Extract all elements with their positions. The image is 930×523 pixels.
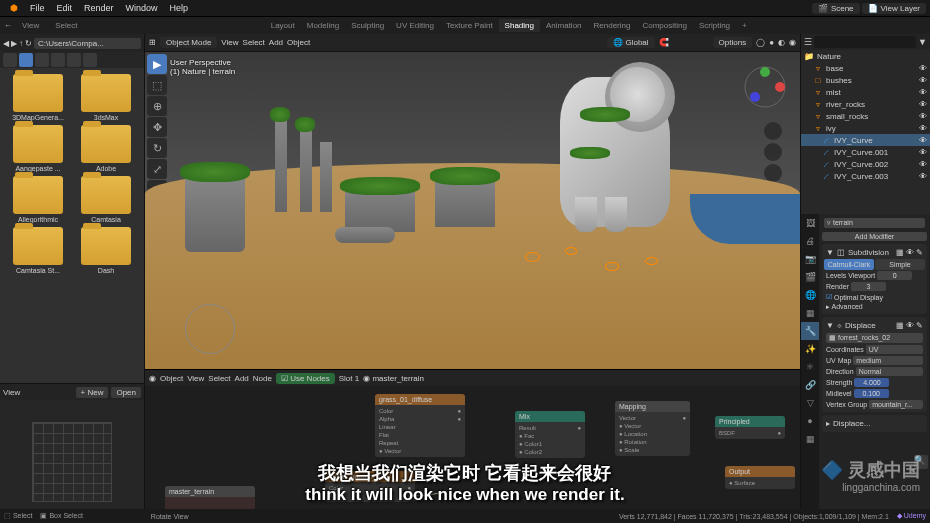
tab-anim[interactable]: Animation [540, 19, 588, 32]
shading-wire-icon[interactable]: ◯ [756, 38, 765, 47]
visibility-icon[interactable]: 👁 [919, 100, 927, 108]
tab-script[interactable]: Scripting [693, 19, 736, 32]
outliner-item[interactable]: ⟋IVY_Curve.001👁 [801, 146, 930, 158]
ne-view[interactable]: View [187, 374, 204, 383]
tab-comp[interactable]: Compositing [636, 19, 692, 32]
ne-add[interactable]: Add [235, 374, 249, 383]
shader-node[interactable]: Principled BSDF● [715, 416, 785, 439]
prop-tab-scene[interactable]: 🎬 [801, 268, 819, 286]
ne-object[interactable]: Object [160, 374, 183, 383]
modifier-controls[interactable]: ▦ 👁 ✎ [896, 321, 923, 330]
select-tool-icon[interactable]: ⬚ [147, 75, 167, 95]
prop-tab-object[interactable]: ▦ [801, 304, 819, 322]
ne-node[interactable]: Node [253, 374, 272, 383]
camera-icon[interactable] [764, 164, 782, 182]
visibility-icon[interactable]: 👁 [919, 112, 927, 120]
vertexgroup-select[interactable]: mountain_r... [869, 400, 923, 409]
nav-up-icon[interactable]: ↑ [19, 39, 23, 48]
back-icon[interactable]: ← [4, 21, 12, 30]
ws-select[interactable]: Select [49, 19, 83, 32]
rotate-tool-icon[interactable]: ↻ [147, 138, 167, 158]
visibility-icon[interactable]: 👁 [919, 172, 927, 180]
folder-item[interactable]: 3DMapGenera... [6, 74, 70, 121]
outliner-item[interactable]: □bushes👁 [801, 74, 930, 86]
blender-icon[interactable]: ⬢ [4, 1, 24, 15]
ne-editor-icon[interactable]: ◉ [149, 374, 156, 383]
path-input[interactable]: C:\Users\Compa... [34, 38, 141, 49]
vp-select[interactable]: Select [243, 38, 265, 47]
mode-selector[interactable]: Object Mode [160, 37, 217, 48]
prop-tab-output[interactable]: 🖨 [801, 232, 819, 250]
material-selector[interactable]: ◉ master_terrain [363, 374, 424, 383]
menu-window[interactable]: Window [120, 1, 164, 15]
shading-solid-icon[interactable]: ● [769, 38, 774, 47]
prop-tab-texture[interactable]: ▦ [801, 430, 819, 448]
menu-render[interactable]: Render [78, 1, 120, 15]
uvmap-select[interactable]: medium [853, 356, 923, 365]
coords-select[interactable]: UV [866, 345, 923, 354]
3d-viewport[interactable]: User Perspective (1) Nature | terrain ▶ … [145, 52, 800, 369]
visibility-icon[interactable]: 👁 [919, 76, 927, 84]
catmull-button[interactable]: Catmull-Clark [824, 259, 874, 270]
visibility-icon[interactable]: 👁 [919, 88, 927, 96]
folder-item[interactable]: Camtasia St... [6, 227, 70, 274]
prop-tab-constraint[interactable]: 🔗 [801, 376, 819, 394]
scene-selector[interactable]: 🎬 Scene [812, 3, 860, 14]
tab-layout[interactable]: Layout [265, 19, 301, 32]
tab-uv[interactable]: UV Editing [390, 19, 440, 32]
visibility-icon[interactable]: 👁 [919, 148, 927, 156]
prop-tab-particle[interactable]: ✨ [801, 340, 819, 358]
snap-icon[interactable]: 🧲 [659, 38, 669, 47]
outliner-item[interactable]: ▿base👁 [801, 62, 930, 74]
viewlayer-selector[interactable]: 📄 View Layer [862, 3, 926, 14]
pan-icon[interactable] [764, 143, 782, 161]
displace-modifier-2[interactable]: ▸Displace... [822, 415, 927, 432]
viewport-levels-input[interactable] [877, 271, 912, 280]
menu-edit[interactable]: Edit [51, 1, 79, 15]
texture-field[interactable]: ▦ forrest_rocks_02 [826, 333, 923, 343]
tab-sculpting[interactable]: Sculpting [345, 19, 390, 32]
sort-icon[interactable] [35, 53, 49, 67]
visibility-icon[interactable]: 👁 [919, 160, 927, 168]
folder-item[interactable]: Dash [74, 227, 138, 274]
preview-view[interactable]: View [3, 388, 20, 397]
outliner-item[interactable]: ▿mist👁 [801, 86, 930, 98]
vp-object[interactable]: Object [287, 38, 310, 47]
vp-add[interactable]: Add [269, 38, 283, 47]
modifier-controls[interactable]: ▦ 👁 ✎ [896, 248, 923, 257]
menu-file[interactable]: File [24, 1, 51, 15]
move-tool-icon[interactable]: ✥ [147, 117, 167, 137]
filter-icon[interactable]: ▼ [918, 37, 927, 47]
filter-icon[interactable] [51, 53, 65, 67]
menu-help[interactable]: Help [164, 1, 195, 15]
direction-select[interactable]: Normal [856, 367, 923, 376]
mapping-node[interactable]: Mapping Vector●● Vector● Location● Rotat… [615, 401, 690, 456]
folder-item[interactable]: Camtasia [74, 176, 138, 223]
folder-item[interactable]: 3dsMax [74, 74, 138, 121]
object-name-field[interactable]: ▿ terrain [824, 218, 925, 228]
vp-view[interactable]: View [221, 38, 238, 47]
open-button[interactable]: Open [111, 387, 141, 398]
prop-tab-render[interactable]: 🖼 [801, 214, 819, 232]
tab-add[interactable]: + [736, 19, 753, 32]
slot-selector[interactable]: Slot 1 [339, 374, 359, 383]
prop-tab-physics[interactable]: ⚛ [801, 358, 819, 376]
mix-node[interactable]: Mix Result●● Fac● Color1● Color2 [515, 411, 585, 458]
orientation-selector[interactable]: 🌐 Global [607, 37, 654, 48]
outliner-item[interactable]: ⟋IVY_Curve.002👁 [801, 158, 930, 170]
nav-refresh-icon[interactable]: ↻ [25, 39, 32, 48]
tab-texpaint[interactable]: Texture Paint [440, 19, 499, 32]
expand-icon[interactable]: ▼ [826, 321, 834, 330]
outliner-search[interactable] [814, 36, 916, 48]
expand-icon[interactable]: ▸ [826, 419, 830, 428]
options-dropdown[interactable]: Options [713, 37, 753, 48]
image-texture-node[interactable]: grass_01_diffuse Color●Alpha●LinearFlatR… [375, 394, 465, 457]
outliner-item[interactable]: ⟋IVY_Curve.003👁 [801, 170, 930, 182]
tab-shading[interactable]: Shading [499, 19, 540, 32]
tab-render[interactable]: Rendering [588, 19, 637, 32]
display-thumb-icon[interactable] [19, 53, 33, 67]
outliner-icon[interactable]: ☰ [804, 37, 812, 47]
visibility-icon[interactable]: 👁 [919, 64, 927, 72]
use-nodes-toggle[interactable]: ☑ Use Nodes [276, 373, 335, 384]
ne-select[interactable]: Select [208, 374, 230, 383]
